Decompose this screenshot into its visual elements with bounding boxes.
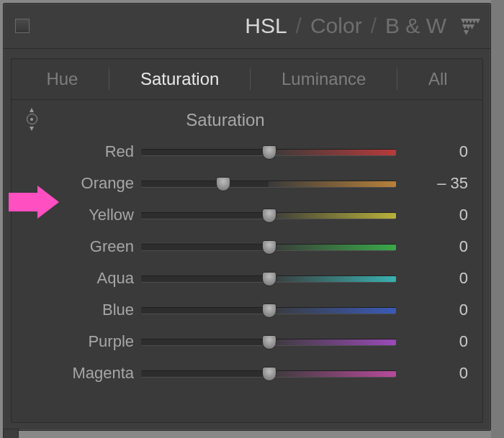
- slider-knob-icon[interactable]: [262, 367, 276, 381]
- slider-label: Orange: [26, 174, 141, 193]
- targeted-adjustment-tool[interactable]: [24, 106, 39, 132]
- tab-luminance[interactable]: Luminance: [271, 69, 376, 89]
- divider-icon: [109, 68, 109, 90]
- slider-magenta[interactable]: [141, 368, 396, 378]
- slider-value[interactable]: 0: [396, 332, 468, 351]
- slider-row-yellow: Yellow0: [26, 199, 468, 231]
- header-tab-hsl[interactable]: HSL: [238, 14, 294, 38]
- section-title: Saturation: [55, 110, 396, 130]
- divider-icon: [397, 68, 397, 90]
- slider-label: Yellow: [26, 206, 141, 224]
- slider-purple[interactable]: [141, 337, 396, 347]
- header-tab-bw[interactable]: B & W: [378, 14, 454, 38]
- slider-orange[interactable]: [141, 178, 396, 188]
- slider-row-blue: Blue0: [26, 294, 468, 326]
- tab-hue[interactable]: Hue: [36, 69, 88, 89]
- panel-toggle-icon[interactable]: [3, 429, 19, 438]
- slider-yellow[interactable]: [141, 210, 396, 220]
- tab-saturation[interactable]: Saturation: [130, 69, 229, 89]
- slider-row-orange: Orange– 35: [26, 168, 468, 199]
- slider-value[interactable]: – 35: [396, 174, 468, 193]
- slider-value[interactable]: 0: [396, 206, 468, 224]
- slider-row-red: Red0: [26, 136, 468, 168]
- slider-row-purple: Purple0: [26, 326, 468, 357]
- slider-knob-icon[interactable]: [262, 335, 276, 350]
- hsl-panel: HSL / Color / B & W ▾▾▾▾▾ ▾▾▾ ▾ Hue Satu…: [3, 3, 491, 431]
- divider-icon: /: [294, 14, 303, 38]
- slider-row-green: Green0: [26, 231, 468, 263]
- slider-label: Aqua: [26, 269, 141, 288]
- panel-toggle-icon[interactable]: [15, 19, 30, 33]
- slider-label: Purple: [26, 332, 141, 351]
- saturation-section: Saturation Red0Orange– 35Yellow0Green0Aq…: [12, 100, 482, 389]
- slider-red[interactable]: [141, 147, 396, 157]
- slider-label: Green: [26, 237, 141, 256]
- panel-menu-icon[interactable]: ▾▾▾▾▾ ▾▾▾ ▾: [461, 17, 479, 35]
- panel-header: HSL / Color / B & W ▾▾▾▾▾ ▾▾▾ ▾: [4, 4, 490, 49]
- subtabs: Hue Saturation Luminance All: [12, 59, 482, 100]
- panel-gutter: [491, 0, 504, 438]
- header-tab-color[interactable]: Color: [303, 14, 369, 38]
- slider-value[interactable]: 0: [396, 269, 468, 288]
- divider-icon: [250, 68, 251, 90]
- slider-aqua[interactable]: [141, 273, 396, 283]
- slider-value[interactable]: 0: [396, 301, 468, 319]
- divider-icon: /: [369, 14, 378, 38]
- slider-row-aqua: Aqua0: [26, 263, 468, 294]
- slider-knob-icon[interactable]: [262, 240, 276, 255]
- slider-knob-icon[interactable]: [262, 145, 276, 160]
- slider-knob-icon[interactable]: [262, 209, 276, 223]
- tab-all[interactable]: All: [418, 69, 458, 89]
- slider-knob-icon[interactable]: [262, 304, 276, 318]
- slider-blue[interactable]: [141, 305, 396, 315]
- slider-knob-icon[interactable]: [262, 272, 276, 286]
- slider-green[interactable]: [141, 242, 396, 252]
- slider-knob-icon[interactable]: [216, 177, 230, 191]
- slider-value[interactable]: 0: [396, 364, 468, 383]
- slider-value[interactable]: 0: [396, 237, 468, 256]
- slider-label: Red: [26, 142, 141, 161]
- slider-label: Magenta: [26, 364, 141, 383]
- slider-row-magenta: Magenta0: [26, 357, 468, 389]
- panel-body: Hue Saturation Luminance All Saturation …: [11, 58, 483, 423]
- slider-value[interactable]: 0: [396, 142, 468, 161]
- slider-label: Blue: [26, 301, 141, 319]
